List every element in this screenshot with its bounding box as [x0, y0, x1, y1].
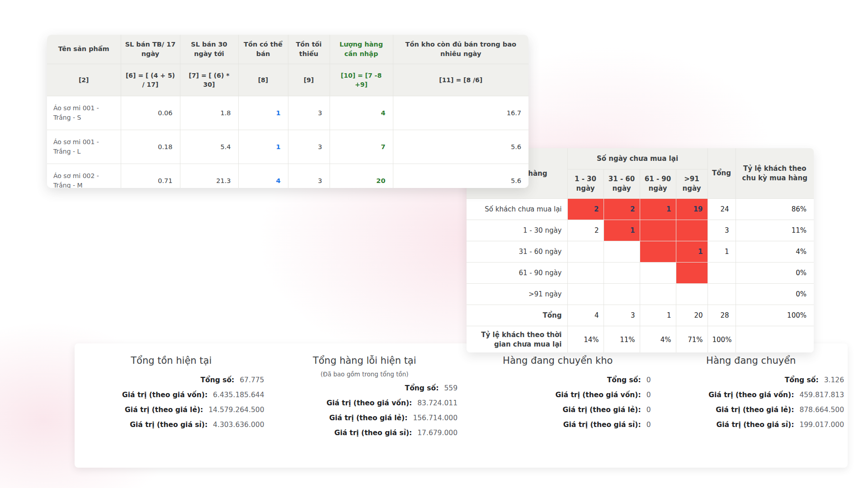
summary-row: Giá trị (theo giá vốn): 0 [465, 391, 651, 406]
summary-row: Giá trị (theo giá sỉ): 4.303.636.000 [78, 421, 264, 436]
summary-row: Giá trị (theo giá lẻ): 14.579.264.500 [78, 406, 264, 421]
table-row: Áo sơ mi 001 - Trắng - S 0.06 1.8 1 3 4 … [47, 96, 528, 130]
column-header-over-91-days: >91 ngày [676, 169, 708, 199]
summary-label: Tổng số: [607, 376, 641, 384]
row-label: >91 ngày [467, 284, 567, 305]
summary-section-in-transit: Hàng đang chuyển Tổng số: 3.126 Giá trị … [655, 355, 848, 468]
summary-label: Giá trị (theo giá sỉ): [130, 421, 208, 429]
cell [604, 263, 640, 284]
summary-label: Tổng số: [785, 376, 819, 384]
min-stock-cell: 3 [288, 96, 330, 130]
cell: 2 [604, 199, 640, 220]
cell [676, 284, 708, 305]
ratio-cell: 11% [736, 220, 814, 241]
row-label: 61 - 90 ngày [467, 263, 567, 284]
summary-row: Giá trị (theo giá sỉ): 0 [465, 421, 651, 436]
cell [640, 241, 676, 263]
table-row: >91 ngày 0% [467, 284, 814, 305]
row-label: 31 - 60 ngày [467, 241, 567, 263]
sales-next-30d-cell: 1.8 [180, 96, 238, 130]
column-header-sales-next-30d: SL bán 30 ngày tới [180, 35, 238, 64]
summary-label: Giá trị (theo giá sỉ): [717, 421, 794, 429]
column-header-min-stock: Tồn tối thiểu [288, 35, 330, 64]
days-of-stock-cell: 5.6 [393, 130, 528, 164]
formula-days-of-stock: [11] = [8 /6] [393, 64, 528, 96]
summary-label: Giá trị (theo giá lẻ): [329, 414, 407, 422]
summary-value: 0 [646, 421, 651, 429]
available-stock-cell: 4 [238, 164, 288, 188]
product-name-cell: Áo sơ mi 001 - Trắng - S [47, 96, 121, 130]
min-stock-cell: 3 [288, 164, 330, 188]
ratio-cell: 4% [736, 241, 814, 263]
table-row: 31 - 60 ngày 1 1 4% [467, 241, 814, 263]
total-cell [708, 284, 736, 305]
inventory-header-row: Tên sản phẩm SL bán TB/ 17 ngày SL bán 3… [47, 35, 528, 64]
summary-value: 6.435.185.644 [213, 391, 264, 399]
column-header-1-30-days: 1 - 30 ngày [567, 169, 604, 199]
cell: 1 [640, 199, 676, 220]
cell [640, 284, 676, 305]
avg-sales-cell: 0.18 [121, 130, 180, 164]
inventory-forecast-table: Tên sản phẩm SL bán TB/ 17 ngày SL bán 3… [47, 35, 528, 188]
summary-label: Giá trị (theo giá lẻ): [125, 406, 203, 414]
product-name-cell: Áo sơ mi 002 - Trắng - M [47, 164, 121, 188]
summary-section-current-stock: Tổng tồn hiện tại Tổng số: 67.775 Giá tr… [75, 355, 268, 468]
row-label: Tổng [467, 305, 567, 326]
ratio-cell: 0% [736, 263, 814, 284]
formula-available-stock: [8] [238, 64, 288, 96]
summary-section-warehouse-transfer: Hàng đang chuyển kho Tổng số: 0 Giá trị … [461, 355, 655, 468]
column-header-total: Tổng [708, 148, 736, 199]
cell [567, 241, 604, 263]
column-header-customer-cycle-ratio: Tỷ lệ khách theo chu kỳ mua hàng [736, 148, 814, 199]
summary-row: Giá trị (theo giá lẻ): 878.664.500 [658, 406, 844, 421]
summary-label: Tổng số: [200, 376, 234, 384]
cell [567, 284, 604, 305]
summary-label: Giá trị (theo giá vốn): [708, 391, 794, 399]
formula-min-stock: [9] [288, 64, 330, 96]
cell [604, 284, 640, 305]
section-title: Tổng tồn hiện tại [78, 355, 264, 366]
days-of-stock-cell: 5.6 [393, 164, 528, 188]
column-header-avg-sales-17d: SL bán TB/ 17 ngày [121, 35, 180, 64]
section-title: Tổng hàng lỗi hiện tại [272, 355, 458, 366]
formula-sales-next-30d: [7] = [ (6) * 30] [180, 64, 238, 96]
cell: 4 [567, 305, 604, 326]
formula-product: [2] [47, 64, 121, 96]
summary-row: Giá trị (theo giá vốn): 6.435.185.644 [78, 391, 264, 406]
row-label: 1 - 30 ngày [467, 220, 567, 241]
table-row: 1 - 30 ngày 2 1 3 11% [467, 220, 814, 241]
restock-needed-cell: 7 [330, 130, 393, 164]
ratio-cell: 0% [736, 284, 814, 305]
restock-needed-cell: 4 [330, 96, 393, 130]
available-stock-cell: 1 [238, 96, 288, 130]
summary-row: Giá trị (theo giá lẻ): 0 [465, 406, 651, 421]
summary-row: Tổng số: 559 [272, 384, 458, 399]
total-cell [708, 263, 736, 284]
summary-row: Giá trị (theo giá lẻ): 156.714.000 [272, 414, 458, 429]
cell [640, 263, 676, 284]
summary-value: 459.817.813 [799, 391, 844, 399]
total-cell: 24 [708, 199, 736, 220]
summary-value: 0 [646, 406, 651, 414]
cell: 3 [604, 305, 640, 326]
column-header-available-stock: Tồn có thể bán [238, 35, 288, 64]
summary-label: Giá trị (theo giá lẻ): [563, 406, 641, 414]
ratio-cell: 86% [736, 199, 814, 220]
row-label: Tỷ lệ khách theo thời gian chưa mua lại [467, 326, 567, 353]
summary-label: Giá trị (theo giá vốn): [122, 391, 208, 399]
total-cell: 100% [708, 326, 736, 353]
summary-value: 156.714.000 [413, 414, 458, 422]
cell: 11% [604, 326, 640, 353]
summary-value: 14.579.264.500 [208, 406, 264, 414]
summary-label: Giá trị (theo giá vốn): [556, 391, 641, 399]
cell: 20 [676, 305, 708, 326]
summary-label: Giá trị (theo giá lẻ): [716, 406, 794, 414]
summary-value: 559 [444, 384, 458, 392]
cell: 14% [567, 326, 604, 353]
summary-row: Tổng số: 67.775 [78, 376, 264, 391]
inventory-dashboard-canvas: Tên sản phẩm SL bán TB/ 17 ngày SL bán 3… [0, 0, 868, 488]
summary-label: Tổng số: [405, 384, 439, 392]
cell [676, 263, 708, 284]
product-name-cell: Áo sơ mi 001 - Trắng - L [47, 130, 121, 164]
section-title: Hàng đang chuyển kho [465, 355, 651, 366]
